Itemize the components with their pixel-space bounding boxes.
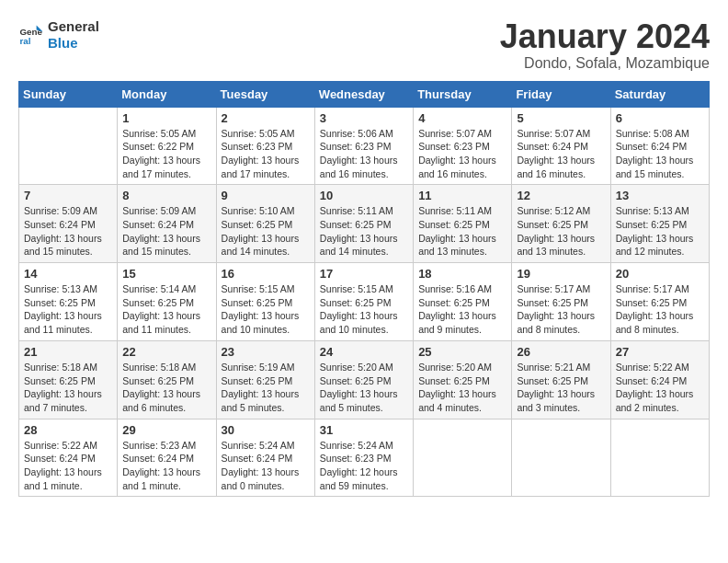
day-cell: [610, 419, 709, 497]
day-number: 4: [418, 111, 506, 125]
day-info: Sunrise: 5:24 AM Sunset: 6:24 PM Dayligh…: [222, 439, 310, 493]
day-cell: 31Sunrise: 5:24 AM Sunset: 6:23 PM Dayli…: [314, 419, 413, 497]
logo: Gene ral General Blue: [18, 18, 99, 52]
day-number: 17: [320, 267, 408, 281]
day-info: Sunrise: 5:15 AM Sunset: 6:25 PM Dayligh…: [222, 282, 310, 337]
day-info: Sunrise: 5:08 AM Sunset: 6:24 PM Dayligh…: [616, 127, 704, 181]
day-number: 21: [24, 345, 112, 359]
day-cell: 23Sunrise: 5:19 AM Sunset: 6:25 PM Dayli…: [216, 340, 314, 419]
day-info: Sunrise: 5:05 AM Sunset: 6:22 PM Dayligh…: [122, 127, 210, 181]
day-cell: 4Sunrise: 5:07 AM Sunset: 6:23 PM Daylig…: [414, 107, 512, 185]
day-cell: 2Sunrise: 5:05 AM Sunset: 6:23 PM Daylig…: [216, 107, 314, 185]
day-cell: 10Sunrise: 5:11 AM Sunset: 6:25 PM Dayli…: [314, 185, 413, 263]
day-number: 20: [616, 267, 704, 281]
day-cell: 18Sunrise: 5:16 AM Sunset: 6:25 PM Dayli…: [414, 263, 512, 341]
logo-line1: General: [48, 18, 99, 35]
header-day-sunday: Sunday: [19, 81, 118, 107]
header-day-wednesday: Wednesday: [314, 81, 413, 107]
day-cell: 25Sunrise: 5:20 AM Sunset: 6:25 PM Dayli…: [414, 340, 512, 419]
week-row-3: 14Sunrise: 5:13 AM Sunset: 6:25 PM Dayli…: [19, 263, 710, 341]
week-row-1: 1Sunrise: 5:05 AM Sunset: 6:22 PM Daylig…: [19, 107, 710, 185]
header-day-thursday: Thursday: [414, 81, 512, 107]
title-area: January 2024 Dondo, Sofala, Mozambique: [500, 18, 710, 72]
day-number: 23: [222, 345, 310, 359]
day-cell: [512, 419, 610, 497]
day-cell: 1Sunrise: 5:05 AM Sunset: 6:22 PM Daylig…: [118, 107, 216, 185]
day-cell: 14Sunrise: 5:13 AM Sunset: 6:25 PM Dayli…: [19, 263, 118, 341]
day-cell: 16Sunrise: 5:15 AM Sunset: 6:25 PM Dayli…: [216, 263, 314, 341]
day-number: 12: [517, 189, 605, 202]
day-cell: 19Sunrise: 5:17 AM Sunset: 6:25 PM Dayli…: [512, 263, 610, 341]
day-info: Sunrise: 5:22 AM Sunset: 6:24 PM Dayligh…: [24, 439, 112, 493]
day-number: 19: [517, 267, 605, 281]
day-info: Sunrise: 5:09 AM Sunset: 6:24 PM Dayligh…: [24, 204, 112, 259]
week-row-2: 7Sunrise: 5:09 AM Sunset: 6:24 PM Daylig…: [19, 185, 710, 263]
day-cell: 26Sunrise: 5:21 AM Sunset: 6:25 PM Dayli…: [512, 340, 610, 419]
day-info: Sunrise: 5:24 AM Sunset: 6:23 PM Dayligh…: [320, 439, 408, 493]
day-number: 25: [418, 345, 506, 359]
day-number: 6: [616, 111, 704, 125]
day-info: Sunrise: 5:21 AM Sunset: 6:25 PM Dayligh…: [517, 361, 605, 415]
calendar-table: SundayMondayTuesdayWednesdayThursdayFrid…: [18, 81, 710, 498]
day-cell: 8Sunrise: 5:09 AM Sunset: 6:24 PM Daylig…: [118, 185, 216, 263]
logo-line2: Blue: [48, 35, 99, 52]
day-number: 3: [320, 111, 408, 125]
day-number: 24: [320, 345, 408, 359]
day-number: 22: [122, 345, 210, 359]
day-cell: 15Sunrise: 5:14 AM Sunset: 6:25 PM Dayli…: [118, 263, 216, 341]
day-number: 10: [320, 189, 408, 202]
day-info: Sunrise: 5:10 AM Sunset: 6:25 PM Dayligh…: [222, 204, 310, 259]
day-cell: 20Sunrise: 5:17 AM Sunset: 6:25 PM Dayli…: [610, 263, 709, 341]
day-number: 29: [122, 423, 210, 437]
day-number: 28: [24, 423, 112, 437]
day-number: 1: [122, 111, 210, 125]
day-info: Sunrise: 5:13 AM Sunset: 6:25 PM Dayligh…: [616, 204, 704, 259]
header: Gene ral General Blue January 2024 Dondo…: [18, 18, 710, 72]
day-cell: 22Sunrise: 5:18 AM Sunset: 6:25 PM Dayli…: [118, 340, 216, 419]
day-cell: [414, 419, 512, 497]
calendar-subtitle: Dondo, Sofala, Mozambique: [500, 55, 710, 72]
week-row-4: 21Sunrise: 5:18 AM Sunset: 6:25 PM Dayli…: [19, 340, 710, 419]
header-day-monday: Monday: [118, 81, 216, 107]
day-cell: 9Sunrise: 5:10 AM Sunset: 6:25 PM Daylig…: [216, 185, 314, 263]
week-row-5: 28Sunrise: 5:22 AM Sunset: 6:24 PM Dayli…: [19, 419, 710, 497]
calendar-title: January 2024: [500, 18, 710, 55]
svg-text:ral: ral: [19, 36, 30, 46]
day-number: 14: [24, 267, 112, 281]
day-number: 15: [122, 267, 210, 281]
day-info: Sunrise: 5:17 AM Sunset: 6:25 PM Dayligh…: [517, 282, 605, 337]
day-number: 27: [616, 345, 704, 359]
header-row: SundayMondayTuesdayWednesdayThursdayFrid…: [19, 81, 710, 107]
day-number: 9: [222, 189, 310, 202]
day-number: 7: [24, 189, 112, 202]
day-info: Sunrise: 5:06 AM Sunset: 6:23 PM Dayligh…: [320, 127, 408, 181]
day-info: Sunrise: 5:20 AM Sunset: 6:25 PM Dayligh…: [320, 361, 408, 415]
day-cell: 24Sunrise: 5:20 AM Sunset: 6:25 PM Dayli…: [314, 340, 413, 419]
day-info: Sunrise: 5:09 AM Sunset: 6:24 PM Dayligh…: [122, 204, 210, 259]
day-number: 5: [517, 111, 605, 125]
day-info: Sunrise: 5:07 AM Sunset: 6:24 PM Dayligh…: [517, 127, 605, 181]
day-cell: 11Sunrise: 5:11 AM Sunset: 6:25 PM Dayli…: [414, 185, 512, 263]
day-info: Sunrise: 5:18 AM Sunset: 6:25 PM Dayligh…: [122, 361, 210, 415]
header-day-friday: Friday: [512, 81, 610, 107]
day-cell: 27Sunrise: 5:22 AM Sunset: 6:24 PM Dayli…: [610, 340, 709, 419]
day-number: 31: [320, 423, 408, 437]
day-cell: 30Sunrise: 5:24 AM Sunset: 6:24 PM Dayli…: [216, 419, 314, 497]
day-number: 8: [122, 189, 210, 202]
day-info: Sunrise: 5:23 AM Sunset: 6:24 PM Dayligh…: [122, 439, 210, 493]
day-info: Sunrise: 5:12 AM Sunset: 6:25 PM Dayligh…: [517, 204, 605, 259]
day-cell: 7Sunrise: 5:09 AM Sunset: 6:24 PM Daylig…: [19, 185, 118, 263]
header-day-tuesday: Tuesday: [216, 81, 314, 107]
day-cell: 29Sunrise: 5:23 AM Sunset: 6:24 PM Dayli…: [118, 419, 216, 497]
day-number: 13: [616, 189, 704, 202]
day-cell: 5Sunrise: 5:07 AM Sunset: 6:24 PM Daylig…: [512, 107, 610, 185]
day-number: 16: [222, 267, 310, 281]
day-cell: 21Sunrise: 5:18 AM Sunset: 6:25 PM Dayli…: [19, 340, 118, 419]
day-info: Sunrise: 5:16 AM Sunset: 6:25 PM Dayligh…: [418, 282, 506, 337]
day-info: Sunrise: 5:05 AM Sunset: 6:23 PM Dayligh…: [222, 127, 310, 181]
day-info: Sunrise: 5:11 AM Sunset: 6:25 PM Dayligh…: [320, 204, 408, 259]
day-number: 11: [418, 189, 506, 202]
day-cell: 6Sunrise: 5:08 AM Sunset: 6:24 PM Daylig…: [610, 107, 709, 185]
day-cell: 12Sunrise: 5:12 AM Sunset: 6:25 PM Dayli…: [512, 185, 610, 263]
day-cell: 3Sunrise: 5:06 AM Sunset: 6:23 PM Daylig…: [314, 107, 413, 185]
